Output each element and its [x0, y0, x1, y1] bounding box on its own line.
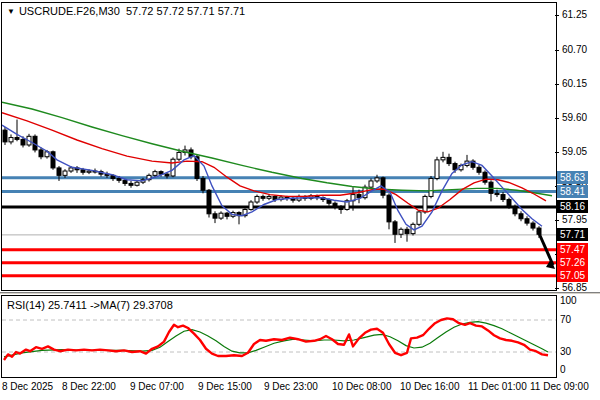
- price-level-badge: 57.47: [557, 243, 588, 256]
- bear-candle: [117, 178, 121, 180]
- rsi-header: RSI(14) 25.7411 ->MA(7) 29.3708: [7, 299, 173, 311]
- bear-candle: [507, 200, 511, 207]
- bull-candle: [219, 213, 223, 218]
- bear-candle: [39, 150, 43, 157]
- rsi-tick-label: 0: [560, 364, 566, 376]
- chart-title: ▼USCRUDE.F26,M30 57.72 57.72 57.71 57.71: [7, 5, 245, 17]
- time-label: 11 Dec 01:00: [468, 381, 527, 392]
- bear-candle: [57, 168, 61, 175]
- bear-candle: [81, 170, 85, 172]
- bull-candle: [63, 171, 67, 175]
- bear-candle: [201, 178, 205, 190]
- price-tick-label: 56.85: [558, 282, 587, 294]
- bear-candle: [387, 195, 391, 222]
- bear-candle: [3, 130, 7, 142]
- price-level-badge: 58.63: [557, 171, 588, 184]
- axis-tick-mark: [555, 220, 559, 221]
- bull-candle: [9, 138, 13, 142]
- symbol-dropdown-icon[interactable]: ▼: [7, 7, 15, 16]
- time-label: 9 Dec 07:00: [130, 381, 184, 392]
- time-label: 11 Dec 09:00: [530, 381, 589, 392]
- rsi-line: [4, 318, 548, 360]
- bull-candle: [441, 157, 445, 159]
- bear-candle: [495, 193, 499, 194]
- price-tick-label: 57.95: [558, 214, 587, 226]
- rsi-tick-label: 100: [560, 295, 577, 307]
- bull-candle: [435, 160, 439, 179]
- axis-tick-mark: [555, 288, 559, 289]
- bull-candle: [429, 178, 433, 196]
- axis-tick-mark: [555, 152, 559, 153]
- time-label: 8 Dec 2025: [2, 381, 53, 392]
- time-label: 9 Dec 23:00: [264, 381, 318, 392]
- price-tick-label: 59.60: [558, 112, 587, 124]
- price-tick-label: 60.15: [558, 78, 587, 90]
- bear-candle: [213, 214, 217, 218]
- bear-candle: [333, 203, 337, 207]
- price-tick-label: 59.05: [558, 146, 587, 158]
- time-label: 10 Dec 16:00: [400, 381, 460, 392]
- axis-tick-mark: [555, 50, 559, 51]
- bear-candle: [339, 207, 343, 209]
- candles-layer: [3, 120, 541, 243]
- bear-candle: [405, 229, 409, 233]
- bear-candle: [261, 196, 265, 198]
- time-label: 10 Dec 08:00: [332, 381, 392, 392]
- bear-candle: [531, 223, 535, 228]
- bear-candle: [129, 183, 133, 185]
- bear-candle: [447, 157, 451, 163]
- bear-candle: [225, 213, 229, 216]
- axis-tick-mark: [555, 118, 559, 119]
- bear-candle: [15, 138, 19, 140]
- bull-candle: [135, 182, 139, 185]
- price-level-badge: 58.16: [557, 200, 588, 213]
- bull-candle: [87, 171, 91, 172]
- bear-candle: [357, 195, 361, 198]
- price-level-badge: 57.05: [557, 269, 588, 282]
- bull-candle: [375, 178, 379, 181]
- bear-candle: [513, 206, 517, 213]
- bull-candle: [369, 181, 373, 187]
- price-chart-canvas[interactable]: [2, 3, 556, 290]
- bear-candle: [123, 180, 127, 183]
- bull-candle: [69, 168, 73, 171]
- page-root: { "window": { "symbol_period": "USCRUDE.…: [0, 0, 600, 400]
- bull-candle: [255, 196, 259, 202]
- symbol-period-label: USCRUDE.F26,M30: [19, 5, 120, 17]
- price-tick-label: 61.25: [558, 9, 587, 21]
- rsi-tick-label: 70: [560, 314, 571, 326]
- price-level-badge: 57.71: [557, 228, 588, 241]
- bear-candle: [393, 222, 397, 234]
- bull-candle: [153, 172, 157, 176]
- rsi-tick-label: 30: [560, 346, 571, 358]
- bull-candle: [423, 196, 427, 212]
- bear-candle: [483, 172, 487, 182]
- bull-candle: [417, 212, 421, 224]
- axis-tick-mark: [555, 15, 559, 16]
- bull-candle: [267, 196, 271, 198]
- bull-candle: [399, 229, 403, 234]
- bear-candle: [525, 219, 529, 223]
- bear-candle: [51, 152, 55, 168]
- price-tick-label: 60.70: [558, 44, 587, 56]
- pane-splitter[interactable]: [0, 292, 600, 294]
- bear-candle: [21, 139, 25, 145]
- time-label: 8 Dec 22:00: [62, 381, 116, 392]
- bear-candle: [165, 174, 169, 176]
- bear-candle: [501, 195, 505, 200]
- axis-tick-mark: [555, 84, 559, 85]
- bull-candle: [177, 152, 181, 159]
- bear-candle: [519, 214, 523, 219]
- time-label: 9 Dec 15:00: [198, 381, 252, 392]
- price-level-badge: 57.26: [557, 256, 588, 269]
- price-level-badge: 58.41: [557, 185, 588, 198]
- bull-candle: [249, 202, 253, 209]
- quote-values: 57.72 57.72 57.71 57.71: [126, 5, 245, 17]
- ma-slow-line: [2, 102, 552, 196]
- bear-candle: [477, 167, 481, 172]
- bear-candle: [207, 190, 211, 214]
